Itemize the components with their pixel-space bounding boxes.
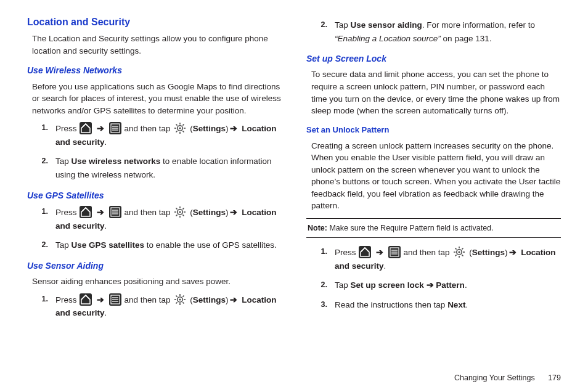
step-number: 2.: [319, 279, 327, 290]
footer-title: Changing Your Settings: [454, 374, 535, 382]
step-body: Tap Use GPS satellites to enable the use…: [55, 239, 282, 252]
arrow-icon: ➔: [376, 248, 383, 257]
step-body: Press ➔ and then tap (Settings)➔ Locatio…: [335, 245, 561, 272]
step-number: 1.: [39, 205, 48, 217]
subheading-unlock-pattern: Set an Unlock Pattern: [306, 125, 561, 136]
step-number: 1.: [39, 293, 48, 304]
steps-sensor-cont: 2. Tap Use sensor aiding. For more infor…: [306, 18, 561, 45]
note-label: Note:: [308, 224, 327, 232]
steps-sensor: 1. Press ➔ and then tap (Settings)➔ Loca…: [27, 293, 282, 320]
page-footer: Changing Your Settings 179: [454, 372, 561, 383]
home-icon: [80, 206, 92, 218]
menu-icon: [388, 246, 401, 258]
gear-icon: [173, 121, 187, 135]
intro-sensor: Sensor aiding enhances positioning and s…: [32, 276, 282, 288]
intro-location-security: The Location and Security settings allow…: [32, 33, 282, 57]
intro-wireless: Before you use applications such as Goog…: [32, 81, 282, 117]
home-icon: [80, 122, 92, 134]
subheading-screen-lock: Set up Screen Lock: [306, 52, 561, 65]
step-body: Press ➔ and then tap (Settings)➔ Locatio…: [55, 293, 282, 320]
arrow-icon: ➔: [97, 295, 104, 304]
step-body: Press ➔ and then tap (Settings)➔ Locatio…: [55, 205, 282, 232]
step-body: Read the instructions then tap Next.: [335, 298, 561, 312]
subheading-sensor: Use Sensor Aiding: [27, 259, 282, 272]
arrow-icon: ➔: [97, 124, 104, 133]
left-column: Location and Security The Location and S…: [27, 15, 282, 326]
home-icon: [80, 293, 92, 306]
steps-gps: 1. Press ➔ and then tap (Settings)➔ Loca…: [27, 205, 282, 252]
step-body: Press ➔ and then tap (Settings)➔ Locatio…: [55, 121, 282, 149]
menu-icon: [109, 206, 121, 218]
menu-icon: [109, 293, 121, 306]
gear-icon: [452, 245, 466, 259]
subheading-wireless: Use Wireless Networks: [27, 64, 282, 76]
gear-icon: [173, 205, 187, 219]
heading-location-security: Location and Security: [27, 15, 282, 29]
step-number: 2.: [39, 239, 48, 250]
right-column: 2. Tap Use sensor aiding. For more infor…: [306, 15, 561, 326]
step-number: 2.: [319, 18, 327, 30]
note-text: Make sure the Require Pattern field is a…: [327, 224, 494, 232]
gear-icon: [173, 293, 187, 306]
steps-unlock: 1. Press ➔ and then tap (Settings)➔ Loca…: [306, 245, 561, 311]
step-number: 3.: [319, 298, 327, 310]
step-body: Tap Use sensor aiding. For more informat…: [335, 18, 561, 45]
step-body: Tap Use wireless networks to enable loca…: [55, 155, 282, 181]
menu-icon: [109, 122, 121, 134]
intro-screen-lock: To secure data and limit phone access, y…: [311, 68, 561, 116]
page-number: 179: [548, 374, 561, 382]
steps-wireless: 1. Press ➔ and then tap (Settings)➔ Loca…: [27, 121, 282, 181]
intro-unlock-pattern: Creating a screen unlock pattern increas…: [311, 140, 561, 212]
subheading-gps: Use GPS Satellites: [27, 189, 282, 202]
note-block: Note: Make sure the Require Pattern fiel…: [306, 218, 561, 238]
step-number: 1.: [39, 121, 48, 133]
page-columns: Location and Security The Location and S…: [27, 15, 561, 326]
step-body: Tap Set up screen lock ➔ Pattern.: [335, 279, 561, 292]
step-number: 2.: [39, 155, 48, 166]
home-icon: [359, 246, 371, 258]
arrow-icon: ➔: [97, 208, 104, 217]
step-number: 1.: [319, 245, 327, 257]
